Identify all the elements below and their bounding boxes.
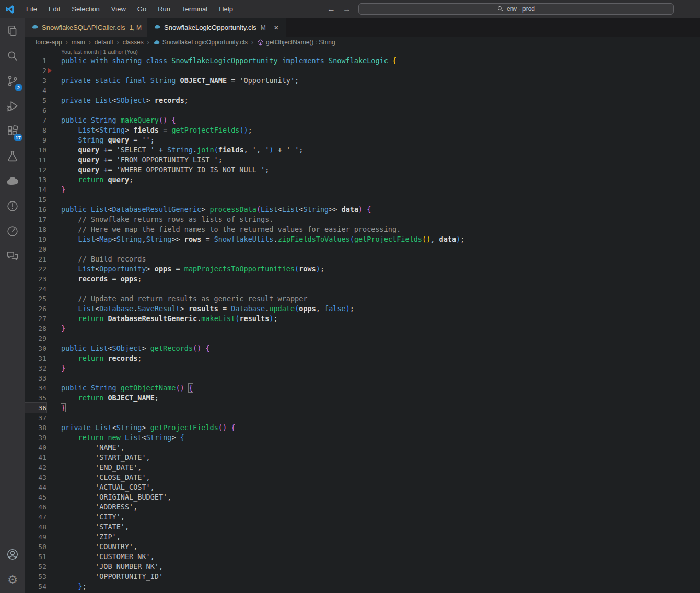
code-line-10[interactable]: 10 query += 'SELECT ' + String.join(fiel… — [25, 145, 700, 155]
breadcrumb-item-getobjectnamestring[interactable]: getObjectName() : String — [257, 39, 335, 46]
code-line-2[interactable]: 2 — [25, 66, 700, 76]
menu-terminal[interactable]: Terminal — [176, 0, 213, 18]
line-number[interactable]: 36 — [25, 403, 46, 413]
codelens-annotation[interactable]: You, last month | 1 author (You) — [25, 48, 700, 56]
line-number[interactable]: 24 — [25, 284, 46, 294]
explorer-icon[interactable] — [0, 18, 25, 43]
code-line-22[interactable]: 22 List<Opportunity> opps = mapProjectsT… — [25, 264, 700, 274]
code-line-18[interactable]: 18 // Here we map the field names to the… — [25, 224, 700, 234]
issues-icon[interactable] — [0, 194, 25, 219]
run-debug-icon[interactable] — [0, 93, 25, 118]
code-line-46[interactable]: 46 'ADDRESS', — [25, 502, 700, 512]
line-number[interactable]: 51 — [25, 552, 46, 562]
line-number[interactable]: 32 — [25, 363, 46, 373]
line-number[interactable]: 38 — [25, 423, 46, 433]
line-number[interactable]: 28 — [25, 324, 46, 334]
code-line-19[interactable]: 19 List<Map<String,String>> rows = Snowf… — [25, 234, 700, 244]
line-number[interactable]: 27 — [25, 314, 46, 324]
menu-edit[interactable]: Edit — [43, 0, 66, 18]
code-line-7[interactable]: 7public String makeQuery() { — [25, 115, 700, 125]
code-line-23[interactable]: 23 records = opps; — [25, 274, 700, 284]
line-number[interactable]: 30 — [25, 343, 46, 353]
line-number[interactable]: 12 — [25, 165, 46, 175]
line-number[interactable]: 54 — [25, 582, 46, 591]
line-number[interactable]: 6 — [25, 105, 46, 115]
line-number[interactable]: 40 — [25, 443, 46, 453]
line-number[interactable]: 48 — [25, 522, 46, 532]
code-line-17[interactable]: 17 // Snowflake returns rows as lists of… — [25, 215, 700, 224]
command-center-search[interactable]: env - prod — [358, 3, 674, 15]
code-line-47[interactable]: 47 'CITY', — [25, 512, 700, 522]
menu-go[interactable]: Go — [132, 0, 152, 18]
code-line-45[interactable]: 45 'ORIGINAL_BUDGET', — [25, 492, 700, 502]
code-line-26[interactable]: 26 List<Database.SaveResult> results = D… — [25, 304, 700, 314]
line-number[interactable]: 52 — [25, 562, 46, 572]
code-line-4[interactable]: 4 — [25, 86, 700, 96]
line-number[interactable]: 16 — [25, 205, 46, 215]
line-number[interactable]: 8 — [25, 125, 46, 135]
menu-help[interactable]: Help — [213, 0, 239, 18]
settings-icon[interactable]: ⚙ — [0, 567, 25, 592]
code-line-5[interactable]: 5private List<SObject> records; — [25, 96, 700, 105]
line-number[interactable]: 10 — [25, 145, 46, 155]
code-line-29[interactable]: 29 — [25, 334, 700, 343]
tab-SnowflakeLogicOpportunity.cls[interactable]: SnowflakeLogicOpportunity.clsM✕ — [147, 18, 286, 37]
code-line-42[interactable]: 42 'END_DATE', — [25, 462, 700, 472]
line-number[interactable]: 26 — [25, 304, 46, 314]
line-number[interactable]: 31 — [25, 353, 46, 363]
line-number[interactable]: 35 — [25, 393, 46, 403]
code-line-24[interactable]: 24 — [25, 284, 700, 294]
line-number[interactable]: 20 — [25, 244, 46, 254]
menu-selection[interactable]: Selection — [66, 0, 105, 18]
code-line-13[interactable]: 13 return query; — [25, 175, 700, 185]
line-number[interactable]: 29 — [25, 334, 46, 343]
history-icon[interactable] — [0, 219, 25, 244]
line-number[interactable]: 15 — [25, 195, 46, 205]
breadcrumb-item-classes[interactable]: classes — [123, 39, 144, 46]
code-line-43[interactable]: 43 'CLOSE_DATE', — [25, 472, 700, 482]
line-number[interactable]: 2 — [25, 66, 46, 76]
line-number[interactable]: 19 — [25, 234, 46, 244]
source-control-icon[interactable]: 2 — [0, 68, 25, 93]
code-line-50[interactable]: 50 'COUNTRY', — [25, 542, 700, 552]
search-icon[interactable] — [0, 43, 25, 68]
breadcrumb-item-snowflakelogicopportunity.cls[interactable]: SnowflakeLogicOpportunity.cls — [153, 39, 248, 46]
line-number[interactable]: 37 — [25, 413, 46, 423]
code-line-35[interactable]: 35 return OBJECT_NAME; — [25, 393, 700, 403]
code-line-33[interactable]: 33 — [25, 373, 700, 383]
code-line-16[interactable]: 16public List<DatabaseResultGeneric> pro… — [25, 205, 700, 215]
code-line-28[interactable]: 28} — [25, 324, 700, 334]
line-number[interactable]: 22 — [25, 264, 46, 274]
line-number[interactable]: 4 — [25, 86, 46, 96]
line-number[interactable]: 25 — [25, 294, 46, 304]
code-line-40[interactable]: 40 'NAME', — [25, 443, 700, 453]
line-number[interactable]: 44 — [25, 482, 46, 492]
line-number[interactable]: 14 — [25, 185, 46, 195]
line-number[interactable]: 41 — [25, 453, 46, 462]
code-line-12[interactable]: 12 query += 'WHERE OPPORTUNITY_ID IS NOT… — [25, 165, 700, 175]
code-line-51[interactable]: 51 'CUSTOMER_NK', — [25, 552, 700, 562]
code-line-53[interactable]: 53 'OPPORTUNITY_ID' — [25, 572, 700, 582]
line-number[interactable]: 5 — [25, 96, 46, 105]
line-number[interactable]: 11 — [25, 155, 46, 165]
menu-file[interactable]: File — [20, 0, 43, 18]
breadcrumb-item-main[interactable]: main — [72, 39, 85, 46]
code-line-44[interactable]: 44 'ACTUAL_COST', — [25, 482, 700, 492]
code-line-3[interactable]: 3private static final String OBJECT_NAME… — [25, 76, 700, 86]
breadcrumb-item-force-app[interactable]: force-app — [36, 39, 62, 46]
line-number[interactable]: 23 — [25, 274, 46, 284]
code-line-32[interactable]: 32} — [25, 363, 700, 373]
testing-icon[interactable] — [0, 144, 25, 169]
line-number[interactable]: 34 — [25, 383, 46, 393]
code-line-21[interactable]: 21 // Build records — [25, 254, 700, 264]
menu-view[interactable]: View — [106, 0, 132, 18]
line-number[interactable]: 13 — [25, 175, 46, 185]
line-number[interactable]: 3 — [25, 76, 46, 86]
line-number[interactable]: 7 — [25, 115, 46, 125]
line-number[interactable]: 49 — [25, 532, 46, 542]
line-number[interactable]: 53 — [25, 572, 46, 582]
code-line-37[interactable]: 37 — [25, 413, 700, 423]
code-line-11[interactable]: 11 query += 'FROM OPPORTUNITY_LIST '; — [25, 155, 700, 165]
code-line-1[interactable]: 1public with sharing class SnowflakeLogi… — [25, 56, 700, 66]
line-number[interactable]: 21 — [25, 254, 46, 264]
